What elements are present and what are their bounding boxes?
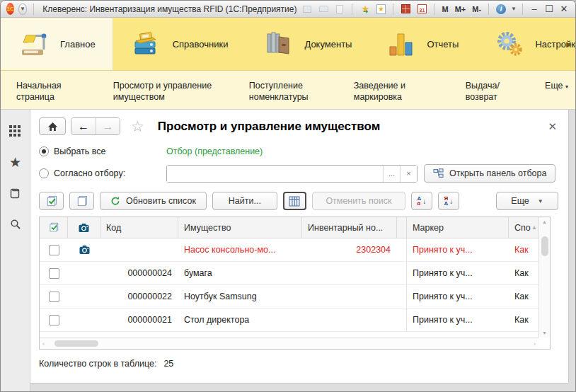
info-dropdown-icon[interactable]: ▼	[511, 6, 517, 12]
sort-ascending-button[interactable]: Ая ↓	[411, 192, 432, 210]
all-functions-icon[interactable]	[8, 124, 23, 138]
filter-value-input[interactable]	[167, 166, 383, 182]
clear-button[interactable]: ×	[400, 166, 417, 182]
find-button[interactable]: Найти...	[212, 192, 277, 210]
radio-by-filter[interactable]: Согласно отбору:	[39, 168, 166, 178]
subnav-item-view-manage[interactable]: Просмотр и управление имуществом	[113, 80, 228, 109]
cell-method: Как	[509, 309, 538, 331]
subnav-item-more[interactable]: Еще ▾	[545, 80, 568, 109]
window-menu-button[interactable]: ▼	[18, 4, 26, 15]
app-logo-icon: 1С	[6, 3, 14, 15]
memory-button[interactable]: M	[440, 5, 449, 13]
vertical-scrollbar[interactable]: ▲ ▼	[538, 217, 550, 338]
cancel-search-button[interactable]: Отменить поиск	[312, 192, 405, 210]
row-checkbox[interactable]	[49, 268, 59, 279]
radio-select-all[interactable]: Выбрать все	[39, 146, 166, 156]
subnav-item-issue-return[interactable]: Выдача/возврат	[466, 80, 524, 109]
sort-asc-icon: Ая	[417, 196, 422, 206]
header-select-column[interactable]	[40, 217, 68, 238]
header-asset[interactable]: Имущество	[178, 217, 302, 238]
memory-plus-button[interactable]: M+	[454, 5, 468, 13]
subnav-item-marking[interactable]: Заведение и маркировка	[354, 80, 444, 109]
ribbon-overflow-icon[interactable]: ▶	[566, 40, 572, 48]
table-row[interactable]: Насос консольно-мо... 2302304 Принято к …	[40, 238, 538, 262]
header-photo-column[interactable]	[68, 217, 100, 238]
cell-inventory	[302, 262, 397, 284]
scroll-left-icon[interactable]: ‹	[42, 340, 45, 347]
scroll-right-icon[interactable]: ›	[534, 340, 536, 347]
cell-spacer	[397, 309, 407, 331]
cell-spacer	[397, 262, 407, 284]
cell-marker: Принято к уч...	[407, 309, 509, 331]
info-icon[interactable]: i	[495, 3, 507, 16]
card-file-icon	[262, 28, 294, 59]
subnav-item-home[interactable]: Начальная страница	[16, 80, 92, 109]
sort-desc-icon: ЯА	[444, 196, 449, 206]
cell-asset: Насос консольно-мо...	[178, 238, 302, 261]
save-icon[interactable]	[301, 3, 313, 16]
horizontal-scrollbar[interactable]: ‹ ›	[40, 338, 538, 349]
maximize-button[interactable]: ☐	[543, 4, 555, 14]
favorites-sidebar-icon[interactable]: ★	[8, 155, 23, 169]
print-preview-icon[interactable]	[333, 3, 346, 16]
favorite-toggle-icon[interactable]: ☆	[131, 118, 144, 135]
forward-button[interactable]: →	[96, 118, 120, 134]
tab-documents[interactable]: Документы	[245, 18, 369, 70]
bar-chart-icon	[386, 28, 417, 59]
table-row[interactable]: 000000021 Стол директора Принято к уч...…	[40, 309, 538, 332]
scrollbar-thumb[interactable]	[54, 340, 98, 347]
more-actions-button[interactable]: Еще ▼	[496, 192, 558, 210]
scrollbar-thumb[interactable]	[541, 236, 548, 256]
table-empty-space	[40, 332, 538, 338]
home-button[interactable]	[39, 117, 66, 135]
filter-presentation-link[interactable]: Отбор (представление)	[166, 146, 558, 156]
search-icon[interactable]	[8, 217, 23, 231]
memory-minus-button[interactable]: M-	[471, 5, 483, 13]
refresh-list-button[interactable]: Обновить список	[100, 192, 207, 210]
row-count-label: Количество строк в таблице:	[39, 359, 156, 369]
radio-select-all-label: Выбрать все	[54, 146, 106, 156]
favorites-icon[interactable]: ★	[374, 3, 387, 16]
filter-panel-icon	[433, 168, 444, 178]
page-title: Просмотр и управление имуществом	[158, 120, 380, 134]
subnav-item-receipt[interactable]: Поступление номенклатуры	[249, 80, 333, 109]
arrow-down-icon: ↓	[422, 197, 426, 205]
print-icon[interactable]	[317, 3, 330, 16]
table-header-row: Код Имущество Инвентарный но... Маркер С…	[40, 217, 538, 238]
select-all-rows-button[interactable]	[39, 192, 64, 210]
row-checkbox[interactable]	[49, 245, 59, 255]
table-row[interactable]: 000000024 бумага Принято к уч... Как	[40, 262, 538, 285]
choose-button[interactable]: ...	[383, 166, 400, 182]
tab-settings[interactable]: Настройки	[476, 18, 576, 70]
row-checkbox[interactable]	[49, 292, 59, 302]
scroll-down-icon[interactable]: ▼	[542, 328, 547, 338]
unselect-all-rows-button[interactable]	[69, 192, 94, 210]
divider	[434, 4, 434, 15]
header-code[interactable]: Код	[100, 217, 178, 238]
tab-label: Отчеты	[427, 39, 459, 50]
tab-main[interactable]: Главное	[1, 18, 113, 70]
main-area: ★ ← → ☆ Просмотр и упра	[1, 110, 575, 391]
sort-descending-button[interactable]: ЯА ↓	[438, 192, 459, 210]
row-checkbox[interactable]	[49, 315, 59, 325]
assets-table: Код Имущество Инвентарный но... Маркер С…	[39, 217, 551, 350]
calendar-icon[interactable]: 31	[415, 3, 428, 16]
tab-catalogs[interactable]: Справочники	[113, 18, 246, 70]
view-mode-button[interactable]	[283, 192, 306, 210]
close-button[interactable]: ✕	[558, 4, 570, 14]
back-button[interactable]: ←	[71, 118, 96, 134]
header-inventory[interactable]: Инвентарный но...	[302, 217, 397, 238]
row-count-value: 25	[163, 359, 173, 369]
open-filter-panel-button[interactable]: Открыть панель отбора	[424, 164, 555, 183]
table-row[interactable]: 000000022 Ноутбук Samsung Принято к уч..…	[40, 285, 538, 309]
tab-reports[interactable]: Отчеты	[369, 18, 476, 70]
scroll-up-icon[interactable]: ▲	[542, 217, 547, 226]
add-favorite-icon[interactable]: ★➜	[358, 3, 371, 16]
history-icon[interactable]	[8, 186, 23, 200]
header-marker[interactable]: Маркер	[407, 217, 509, 238]
form-close-icon[interactable]: ✕	[548, 120, 558, 133]
open-filter-panel-label: Открыть панель отбора	[449, 168, 546, 178]
minimize-button[interactable]: –	[529, 4, 540, 14]
header-method[interactable]: Спо ▲	[509, 217, 538, 238]
calculator-icon[interactable]	[399, 3, 412, 16]
